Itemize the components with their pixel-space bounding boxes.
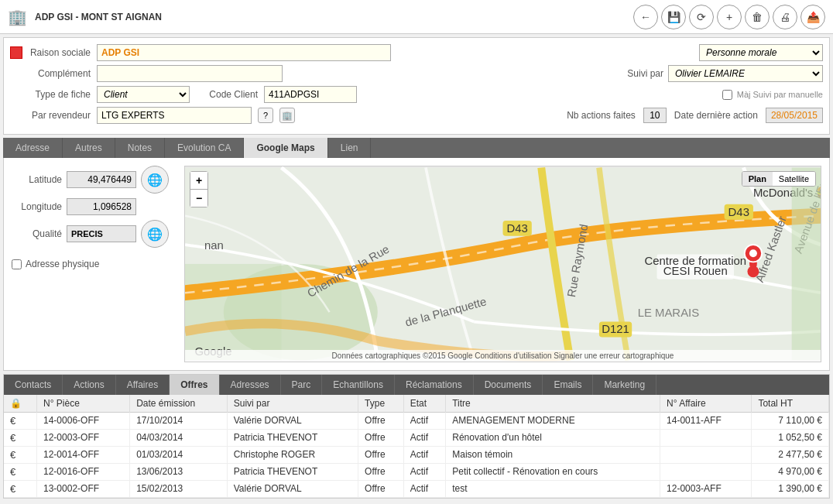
app-header: 🏢 ADP GSI - MONT ST AIGNAN ← 💾 ⟳ + 🗑 🖨 📤	[0, 0, 833, 34]
collapse-button[interactable]	[10, 46, 22, 59]
raison-sociale-input[interactable]	[97, 44, 391, 61]
bottom-tabs: Contacts Actions Affaires Offres Adresse…	[4, 375, 829, 395]
cell-titre: Petit collectif - Rénovation en cours	[446, 463, 660, 480]
save-button[interactable]: 💾	[661, 5, 686, 29]
col-total: Total HT	[752, 395, 829, 413]
table-row[interactable]: € 14-0006-OFF 17/10/2014 Valérie DORVAL …	[4, 412, 829, 429]
raison-sociale-row: Raison sociale Personne morale Personne …	[10, 44, 823, 61]
cell-total: 1 390,00 €	[752, 480, 829, 497]
locate-button-2[interactable]: 🌐	[141, 220, 169, 248]
cell-date: 01/03/2014	[130, 446, 228, 463]
bottom-tab-echantillons[interactable]: Echantillons	[322, 375, 395, 395]
cell-suivi: Patricia THEVENOT	[227, 429, 358, 446]
tab-autres[interactable]: Autres	[63, 138, 115, 158]
help-icon[interactable]: ?	[258, 108, 273, 123]
cell-piece: 13-0002-OFF	[37, 480, 130, 497]
svg-point-23	[749, 249, 757, 257]
euro-icon: €	[4, 446, 37, 463]
svg-rect-20	[792, 167, 821, 360]
refresh-button[interactable]: ⟳	[689, 5, 714, 29]
zoom-out-button[interactable]: −	[190, 190, 207, 207]
cell-type: Offre	[358, 412, 404, 429]
bottom-tab-affaires[interactable]: Affaires	[116, 375, 170, 395]
latitude-row: Latitude 🌐	[12, 166, 169, 194]
back-button[interactable]: ←	[633, 5, 658, 29]
type-fiche-select[interactable]: Client Prospect	[97, 86, 190, 103]
tab-adresse[interactable]: Adresse	[3, 138, 63, 158]
bottom-tab-offres[interactable]: Offres	[170, 375, 219, 395]
adresse-physique-row: Adresse physique	[12, 259, 169, 269]
qualite-input[interactable]	[67, 225, 136, 242]
latitude-input[interactable]	[67, 171, 136, 188]
tab-lien[interactable]: Lien	[328, 138, 372, 158]
svg-text:D43: D43	[728, 205, 749, 218]
raison-sociale-label: Raison sociale	[29, 47, 91, 58]
table-row[interactable]: € 12-0016-OFF 13/06/2013 Patricia THEVEN…	[4, 463, 829, 480]
cell-etat: Actif	[403, 446, 445, 463]
page-title: ADP GSI - MONT ST AIGNAN	[35, 12, 162, 22]
euro-icon: €	[4, 480, 37, 497]
maj-suivi-checkbox[interactable]	[722, 90, 732, 100]
header-toolbar: ← 💾 ⟳ + 🗑 🖨 📤	[633, 5, 825, 29]
tab-notes[interactable]: Notes	[115, 138, 165, 158]
map-container[interactable]: D43 D43 D121 McDonald's 🍔 Chemin de la R…	[184, 166, 821, 362]
print-button[interactable]: 🖨	[773, 5, 797, 29]
building-small-icon[interactable]: 🏢	[279, 108, 295, 123]
svg-text:LE MARAIS: LE MARAIS	[638, 306, 700, 319]
add-button[interactable]: +	[717, 5, 742, 29]
lock-icon: 🔒	[10, 398, 22, 409]
cell-date: 13/06/2013	[130, 463, 228, 480]
code-client-input[interactable]	[264, 86, 357, 103]
table-row[interactable]: € 12-0003-OFF 04/03/2014 Patricia THEVEN…	[4, 429, 829, 446]
map-type-satellite-button[interactable]: Satellite	[773, 172, 815, 186]
bottom-tab-emails[interactable]: Emails	[543, 375, 593, 395]
complement-row: Complément Suivi par Olivier LEMAIRE	[10, 65, 823, 82]
locate-button-1[interactable]: 🌐	[141, 166, 169, 194]
personne-morale-select[interactable]: Personne morale Personne physique	[699, 44, 823, 61]
bottom-tab-marketing[interactable]: Marketing	[593, 375, 656, 395]
table-row[interactable]: € 12-0014-OFF 01/03/2014 Christophe ROGE…	[4, 446, 829, 463]
bottom-tab-adresses[interactable]: Adresses	[220, 375, 281, 395]
export-button[interactable]: 📤	[800, 5, 825, 29]
col-piece: N° Pièce	[37, 395, 130, 413]
cell-piece: 14-0006-OFF	[37, 412, 130, 429]
delete-button[interactable]: 🗑	[745, 5, 770, 29]
cell-type: Offre	[358, 429, 404, 446]
building-icon: 🏢	[8, 8, 27, 26]
col-etat: Etat	[403, 395, 445, 413]
cell-etat: Actif	[403, 463, 445, 480]
complement-input[interactable]	[97, 65, 283, 82]
svg-text:CESI Rouen: CESI Rouen	[663, 264, 728, 277]
adresse-physique-checkbox[interactable]	[12, 259, 22, 269]
col-date: Date émission	[130, 395, 228, 413]
zoom-in-button[interactable]: +	[190, 172, 207, 189]
bottom-tab-contacts[interactable]: Contacts	[4, 375, 63, 395]
header-title-area: 🏢 ADP GSI - MONT ST AIGNAN	[8, 8, 162, 26]
main-tabs: Adresse Autres Notes Evolution CA Google…	[3, 138, 830, 158]
cell-date: 04/03/2014	[130, 429, 228, 446]
bottom-tab-documents[interactable]: Documents	[474, 375, 543, 395]
table-row[interactable]: € 13-0002-OFF 15/02/2013 Valérie DORVAL …	[4, 480, 829, 497]
map-visual: D43 D43 D121 McDonald's 🍔 Chemin de la R…	[185, 166, 821, 362]
cell-type: Offre	[358, 446, 404, 463]
bottom-tab-parc[interactable]: Parc	[281, 375, 323, 395]
bottom-tab-actions[interactable]: Actions	[63, 375, 115, 395]
map-type-plan-button[interactable]: Plan	[742, 172, 773, 186]
bottom-tab-reclamations[interactable]: Réclamations	[395, 375, 474, 395]
cell-etat: Actif	[403, 480, 445, 497]
longitude-row: Longitude	[12, 198, 169, 215]
nb-actions-label: Nb actions faites	[567, 110, 636, 121]
tab-evolution-ca[interactable]: Evolution CA	[165, 138, 244, 158]
maj-suivi-label: Màj Suivi par manuelle	[737, 90, 823, 99]
cell-suivi: Valérie DORVAL	[227, 480, 358, 497]
suivi-par-select[interactable]: Olivier LEMAIRE	[668, 65, 823, 82]
tab-content-google-maps: Latitude 🌐 Longitude Qualité 🌐 Adresse p…	[3, 158, 830, 371]
svg-text:nan: nan	[204, 238, 224, 252]
map-zoom-controls: + −	[190, 171, 208, 207]
svg-text:D43: D43	[506, 221, 527, 235]
tab-google-maps[interactable]: Google Maps	[244, 138, 327, 158]
revendeur-input[interactable]	[97, 107, 252, 124]
cell-affaire: 12-0003-AFF	[660, 480, 752, 497]
euro-icon: €	[4, 429, 37, 446]
longitude-input[interactable]	[67, 198, 136, 215]
